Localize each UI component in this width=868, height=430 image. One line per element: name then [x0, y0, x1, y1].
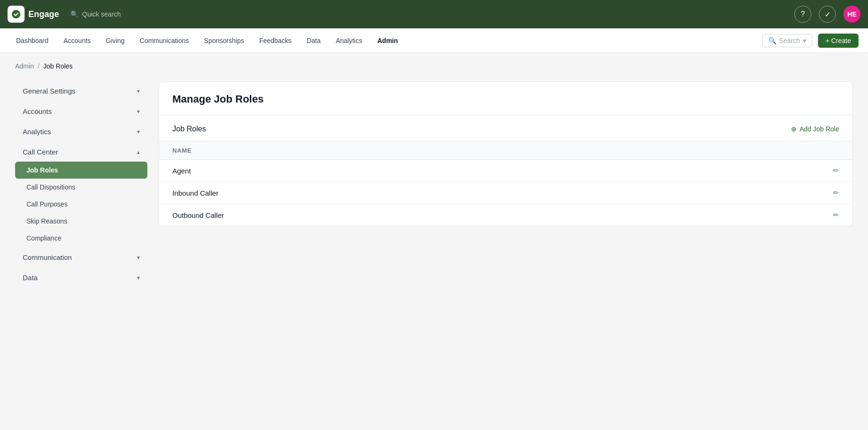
help-button[interactable]: ? — [794, 6, 811, 23]
add-job-role-label: Add Job Role — [800, 125, 839, 133]
sidebar-item-call-dispositions[interactable]: Call Dispositions — [15, 179, 147, 196]
row-name-inbound-caller: Inbound Caller — [172, 189, 219, 197]
logo-icon — [8, 6, 25, 23]
search-box-icon: 🔍 — [768, 37, 776, 44]
app-name: Engage — [28, 9, 59, 19]
help-icon: ? — [801, 10, 805, 18]
sidebar-item-skip-reasons[interactable]: Skip Reasons — [15, 213, 147, 230]
sidebar-section-header-general-settings[interactable]: General Settings ▾ — [15, 81, 147, 101]
chevron-down-icon-accounts: ▾ — [137, 108, 140, 115]
row-name-agent: Agent — [172, 167, 191, 175]
nav-item-dashboard[interactable]: Dashboard — [9, 34, 55, 47]
edit-icon-inbound-caller[interactable]: ✏ — [833, 189, 839, 197]
avatar[interactable]: HE — [843, 6, 860, 23]
top-bar: Engage 🔍 Quick search ? ✓ HE — [0, 0, 868, 28]
sidebar-section-analytics: Analytics ▾ — [15, 122, 147, 141]
sidebar-section-label-analytics: Analytics — [23, 128, 51, 136]
chevron-down-icon-analytics: ▾ — [137, 129, 140, 135]
search-box-label: Search — [779, 37, 800, 44]
section-header: Job Roles ⊕ Add Job Role — [159, 115, 852, 141]
add-job-role-button[interactable]: ⊕ Add Job Role — [791, 125, 839, 133]
page-container: Admin / Job Roles General Settings ▾ Acc… — [0, 53, 868, 430]
sidebar: General Settings ▾ Accounts ▾ Analytics … — [15, 81, 147, 288]
search-dropdown-icon: ▾ — [803, 37, 806, 44]
nav-right: 🔍 Search ▾ + Create — [762, 34, 859, 48]
sidebar-item-call-purposes[interactable]: Call Purposes — [15, 196, 147, 213]
breadcrumb-current: Job Roles — [43, 62, 73, 70]
table-row: Inbound Caller ✏ — [159, 182, 852, 204]
quick-search[interactable]: 🔍 Quick search — [70, 10, 121, 18]
sidebar-section-communication: Communication ▾ — [15, 248, 147, 267]
section-title: Job Roles — [172, 125, 206, 133]
sidebar-item-job-roles[interactable]: Job Roles — [15, 162, 147, 179]
nav-item-communications[interactable]: Communications — [133, 34, 196, 47]
table-col-name: Name — [172, 147, 192, 154]
nav-item-sponsorships[interactable]: Sponsorships — [197, 34, 251, 47]
chevron-down-icon-communication: ▾ — [137, 254, 140, 261]
top-bar-right: ? ✓ HE — [794, 6, 860, 23]
edit-icon-outbound-caller[interactable]: ✏ — [833, 211, 839, 219]
sidebar-section-header-accounts[interactable]: Accounts ▾ — [15, 102, 147, 121]
nav-item-analytics[interactable]: Analytics — [329, 34, 369, 47]
breadcrumb: Admin / Job Roles — [15, 62, 853, 70]
sidebar-section-header-communication[interactable]: Communication ▾ — [15, 248, 147, 267]
nav-item-feedbacks[interactable]: Feedbacks — [253, 34, 298, 47]
nav-item-admin[interactable]: Admin — [371, 34, 405, 47]
breadcrumb-separator: / — [38, 62, 40, 70]
main-header: Manage Job Roles — [159, 82, 852, 115]
app-logo[interactable]: Engage — [8, 6, 59, 23]
sidebar-section-label-call-center: Call Center — [23, 148, 58, 156]
sidebar-section-call-center: Call Center ▴ Job Roles Call Disposition… — [15, 142, 147, 247]
sidebar-section-header-data[interactable]: Data ▾ — [15, 268, 147, 287]
sidebar-section-label-data: Data — [23, 274, 38, 282]
nav-item-accounts[interactable]: Accounts — [57, 34, 98, 47]
chevron-up-icon-call-center: ▴ — [137, 149, 140, 155]
edit-icon-agent[interactable]: ✏ — [833, 166, 839, 175]
content-layout: General Settings ▾ Accounts ▾ Analytics … — [15, 81, 853, 288]
secondary-nav: Dashboard Accounts Giving Communications… — [0, 28, 868, 53]
main-content-panel: Manage Job Roles Job Roles ⊕ Add Job Rol… — [159, 81, 853, 226]
nav-item-data[interactable]: Data — [300, 34, 327, 47]
sidebar-section-label-general-settings: General Settings — [23, 87, 76, 95]
create-button[interactable]: + Create — [818, 34, 859, 48]
sidebar-section-accounts: Accounts ▾ — [15, 102, 147, 121]
table-row: Outbound Caller ✏ — [159, 204, 852, 226]
tasks-icon: ✓ — [825, 10, 831, 19]
table-header: Name — [159, 141, 852, 160]
sidebar-section-data: Data ▾ — [15, 268, 147, 287]
nav-item-giving[interactable]: Giving — [99, 34, 131, 47]
sidebar-section-general-settings: General Settings ▾ — [15, 81, 147, 101]
breadcrumb-parent[interactable]: Admin — [15, 62, 34, 70]
sidebar-section-label-communication: Communication — [23, 253, 72, 261]
search-icon: 🔍 — [70, 10, 78, 18]
chevron-down-icon-data: ▾ — [137, 275, 140, 281]
tasks-button[interactable]: ✓ — [819, 6, 836, 23]
plus-circle-icon: ⊕ — [791, 125, 797, 133]
nav-items: Dashboard Accounts Giving Communications… — [9, 34, 762, 47]
sidebar-item-compliance[interactable]: Compliance — [15, 230, 147, 247]
table-row: Agent ✏ — [159, 160, 852, 182]
quick-search-label: Quick search — [82, 10, 121, 18]
sidebar-section-header-analytics[interactable]: Analytics ▾ — [15, 122, 147, 141]
sidebar-section-label-accounts: Accounts — [23, 107, 52, 115]
sidebar-section-header-call-center[interactable]: Call Center ▴ — [15, 142, 147, 162]
search-box[interactable]: 🔍 Search ▾ — [762, 34, 812, 47]
page-title: Manage Job Roles — [172, 93, 839, 105]
chevron-down-icon: ▾ — [137, 88, 140, 95]
row-name-outbound-caller: Outbound Caller — [172, 211, 224, 219]
